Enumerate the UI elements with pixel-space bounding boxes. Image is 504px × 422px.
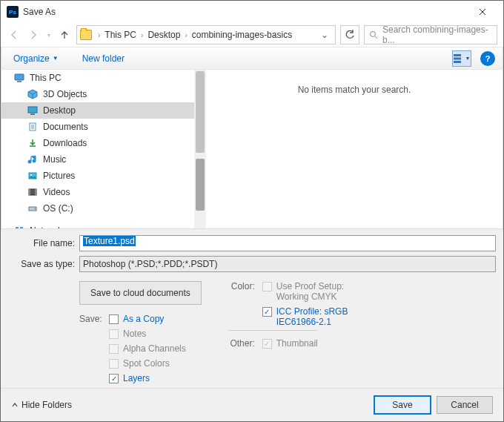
address-bar[interactable]: › This PC › Desktop › combining-images-b… bbox=[76, 25, 336, 44]
save-button[interactable]: Save bbox=[374, 396, 431, 414]
filetype-label: Save as type: bbox=[8, 259, 79, 269]
window-title: Save As bbox=[23, 7, 56, 17]
filename-label: File name: bbox=[8, 238, 79, 248]
search-input[interactable]: Search combining-images-b... bbox=[364, 25, 497, 44]
help-button[interactable]: ? bbox=[480, 51, 495, 66]
notes-checkbox bbox=[109, 329, 119, 339]
tree-item-music[interactable]: Music bbox=[1, 151, 194, 168]
svg-point-10 bbox=[30, 174, 32, 176]
new-folder-button[interactable]: New folder bbox=[78, 50, 129, 67]
chevron-down-icon: ▼ bbox=[465, 56, 471, 61]
dialog-footer: Hide Folders Save Cancel bbox=[1, 388, 503, 421]
chevron-right-icon: › bbox=[96, 31, 102, 39]
scroll-thumb[interactable] bbox=[196, 71, 205, 153]
tree-scrollbar[interactable] bbox=[194, 70, 206, 228]
folder-tree[interactable]: This PC 3D Objects Desktop Documents Dow… bbox=[1, 70, 194, 228]
search-placeholder: Search combining-images-b... bbox=[382, 24, 492, 45]
proof-label: Use Proof Setup:Working CMYK bbox=[276, 281, 344, 302]
svg-rect-2 bbox=[454, 57, 461, 59]
svg-point-0 bbox=[371, 32, 376, 37]
view-icon bbox=[454, 54, 464, 63]
back-button[interactable] bbox=[7, 27, 21, 42]
nav-row: ▾ › This PC › Desktop › combining-images… bbox=[1, 23, 503, 47]
pc-icon bbox=[13, 72, 25, 84]
downloads-icon bbox=[27, 137, 39, 149]
svg-rect-5 bbox=[17, 81, 21, 82]
tree-item-videos[interactable]: Videos bbox=[1, 184, 194, 200]
refresh-button[interactable] bbox=[340, 25, 359, 44]
svg-rect-7 bbox=[30, 113, 35, 115]
color-section-label: Color: bbox=[228, 281, 255, 327]
svg-rect-16 bbox=[16, 227, 19, 228]
svg-rect-3 bbox=[454, 61, 461, 63]
breadcrumb-folder[interactable]: combining-images-basics bbox=[189, 30, 295, 40]
other-section-label: Other: bbox=[228, 338, 255, 349]
save-to-cloud-button[interactable]: Save to cloud documents bbox=[79, 281, 202, 305]
chevron-right-icon: › bbox=[183, 31, 188, 39]
up-button[interactable] bbox=[57, 27, 72, 42]
filetype-select[interactable]: Photoshop (*.PSD;*.PDD;*.PSDT) bbox=[79, 256, 496, 272]
breadcrumb-thispc[interactable]: This PC bbox=[102, 30, 139, 40]
proof-checkbox bbox=[262, 282, 272, 291]
svg-rect-17 bbox=[20, 227, 23, 228]
svg-rect-1 bbox=[454, 54, 461, 56]
icc-checkbox[interactable]: ✓ bbox=[262, 307, 272, 317]
as-copy-checkbox[interactable] bbox=[109, 314, 119, 324]
tree-item-osc[interactable]: OS (C:) bbox=[1, 200, 194, 217]
chevron-up-icon bbox=[11, 401, 19, 409]
tree-item-thispc[interactable]: This PC bbox=[1, 70, 194, 86]
spot-label: Spot Colors bbox=[123, 358, 170, 369]
recent-dropdown[interactable]: ▾ bbox=[45, 27, 53, 42]
empty-message: No items match your search. bbox=[298, 85, 411, 95]
save-section-label: Save: bbox=[79, 314, 102, 383]
divider bbox=[228, 330, 317, 331]
filename-input[interactable]: Texture1.psd bbox=[79, 235, 496, 251]
chevron-down-icon: ▼ bbox=[53, 55, 59, 62]
desktop-icon bbox=[27, 105, 39, 116]
forward-button[interactable] bbox=[26, 27, 41, 42]
svg-rect-13 bbox=[35, 189, 36, 195]
svg-rect-6 bbox=[28, 107, 37, 113]
alpha-checkbox bbox=[109, 344, 119, 354]
thumbnail-checkbox: ✓ bbox=[262, 339, 272, 349]
spot-checkbox bbox=[109, 359, 119, 369]
tree-item-downloads[interactable]: Downloads bbox=[1, 135, 194, 151]
tree-item-network[interactable]: Network bbox=[1, 222, 194, 228]
file-list: No items match your search. bbox=[206, 70, 503, 228]
drive-icon bbox=[27, 202, 39, 214]
videos-icon bbox=[27, 186, 39, 198]
help-icon: ? bbox=[485, 54, 491, 63]
tree-item-pictures[interactable]: Pictures bbox=[1, 168, 194, 184]
arrow-up-icon bbox=[59, 30, 70, 40]
tree-item-desktop[interactable]: Desktop bbox=[1, 102, 194, 119]
tree-item-3dobjects[interactable]: 3D Objects bbox=[1, 86, 194, 102]
music-icon bbox=[27, 154, 39, 165]
scroll-thumb[interactable] bbox=[196, 159, 205, 211]
address-dropdown[interactable]: ⌄ bbox=[317, 30, 332, 40]
layers-label: Layers bbox=[123, 373, 150, 383]
organize-menu[interactable]: Organize▼ bbox=[9, 50, 63, 67]
view-mode-button[interactable]: ▼ bbox=[452, 50, 471, 67]
hide-folders-button[interactable]: Hide Folders bbox=[11, 400, 72, 410]
tree-item-documents[interactable]: Documents bbox=[1, 119, 194, 135]
titlebar: Ps Save As bbox=[1, 1, 503, 23]
close-button[interactable] bbox=[468, 1, 497, 23]
svg-rect-4 bbox=[15, 74, 24, 80]
svg-point-15 bbox=[34, 208, 36, 210]
save-form: File name: Texture1.psd Save as type: Ph… bbox=[1, 228, 503, 388]
photoshop-icon: Ps bbox=[7, 6, 19, 18]
search-icon bbox=[369, 30, 378, 39]
cancel-button[interactable]: Cancel bbox=[437, 396, 493, 414]
alpha-label: Alpha Channels bbox=[123, 343, 186, 354]
pictures-icon bbox=[27, 170, 39, 182]
as-copy-label: As a Copy bbox=[123, 314, 164, 324]
toolbar: Organize▼ New folder ▼ ? bbox=[1, 47, 503, 70]
svg-rect-12 bbox=[29, 189, 30, 195]
folder-icon bbox=[80, 30, 92, 40]
layers-checkbox[interactable]: ✓ bbox=[109, 374, 119, 383]
thumbnail-label: Thumbnail bbox=[276, 338, 318, 349]
arrow-right-icon bbox=[28, 30, 39, 40]
breadcrumb-desktop[interactable]: Desktop bbox=[145, 30, 183, 40]
close-icon bbox=[479, 8, 486, 16]
cube-icon bbox=[27, 88, 39, 100]
